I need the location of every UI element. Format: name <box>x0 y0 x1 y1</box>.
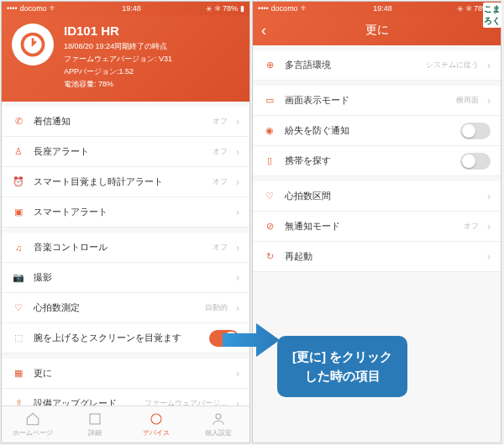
battery-pct: 78% <box>223 4 238 13</box>
lost-icon: ◉ <box>263 124 276 138</box>
row-label: 多言語環境 <box>285 59 417 71</box>
row-dnd[interactable]: ⊘無通知モードオフ› <box>253 212 501 242</box>
carrier: docomo <box>20 4 47 13</box>
settings-list: ✆着信通知オフ› ♙長座アラートオフ› ⏰スマート目覚まし時計アラートオフ› ▣… <box>2 102 249 406</box>
dnd-icon: ⊘ <box>263 220 276 233</box>
row-wrist-wake[interactable]: ⬚腕を上げるとスクリーンを目覚ます <box>2 323 249 353</box>
bt-icon: ⚹ ✻ <box>206 4 220 13</box>
row-value: オフ <box>213 146 228 157</box>
device-name: ID101 HR <box>64 24 172 38</box>
logo-l2: ろく <box>484 15 501 27</box>
globe-icon: ⊕ <box>263 59 276 72</box>
clock: 19:48 <box>373 4 392 13</box>
chevron-right-icon: › <box>487 221 491 233</box>
row-restart[interactable]: ↻再起動› <box>253 242 501 272</box>
watermark-logo: こま ろく <box>483 3 501 28</box>
row-music[interactable]: ♫音楽コントロールオフ› <box>2 233 249 263</box>
clock: 19:48 <box>122 4 141 13</box>
findphone-icon: ▯ <box>263 154 276 168</box>
tab-label: 詳細 <box>88 428 102 437</box>
profile-icon <box>211 411 226 427</box>
row-value: オフ <box>213 176 228 187</box>
tab-device[interactable]: デバイス <box>126 406 188 442</box>
chevron-right-icon: › <box>236 368 239 380</box>
row-alarm[interactable]: ⏰スマート目覚まし時計アラートオフ› <box>2 167 249 197</box>
row-upgrade[interactable]: ⇧設備アップグレードファームウェアバージ…› <box>2 389 249 406</box>
restart-icon: ↻ <box>263 250 276 264</box>
row-label: 再起動 <box>285 250 479 263</box>
row-heartrate[interactable]: ♡心拍数測定自動的› <box>2 293 249 323</box>
nav-header: ‹ 更に <box>253 15 501 45</box>
svg-point-2 <box>151 414 161 424</box>
battery-icon: ▮ <box>240 4 244 13</box>
tab-profile[interactable]: 個人設定 <box>187 406 249 442</box>
row-call-notify[interactable]: ✆着信通知オフ› <box>2 107 249 137</box>
chevron-right-icon: › <box>487 191 491 202</box>
row-language[interactable]: ⊕多言語環境システムに従う› <box>253 50 501 81</box>
row-value: オフ <box>464 221 479 232</box>
row-value: 横画面 <box>456 95 479 106</box>
row-findphone[interactable]: ▯携帯を探す <box>253 146 501 176</box>
bell-icon: ▣ <box>12 206 25 219</box>
callout-annotation: [更に] をクリック した時の項目 <box>277 336 407 397</box>
row-label: 携帯を探す <box>285 154 452 167</box>
row-more[interactable]: ▦更に› <box>2 359 249 389</box>
toggle-findphone[interactable] <box>460 153 491 170</box>
row-label: 更に <box>34 367 228 380</box>
heart-icon: ♡ <box>263 190 276 203</box>
signal-icon: •••• <box>7 4 18 13</box>
row-camera[interactable]: 📷撮影› <box>2 263 249 293</box>
bt-icon: ⚹ ✻ <box>457 4 471 13</box>
device-tab-icon <box>149 411 164 427</box>
sync-time: 18/08/20 19:24同期終了の時点 <box>64 41 172 52</box>
chevron-right-icon: › <box>236 207 239 218</box>
row-antilost[interactable]: ◉紛失を防ぐ通知 <box>253 116 501 146</box>
row-label: 撮影 <box>34 271 228 284</box>
chevron-right-icon: › <box>236 176 239 188</box>
carrier: docomo <box>271 4 298 13</box>
upgrade-icon: ⇧ <box>12 397 25 406</box>
row-smart-alert[interactable]: ▣スマートアラート› <box>2 197 249 228</box>
row-label: 腕を上げるとスクリーンを目覚ます <box>34 332 201 344</box>
row-label: 設備アップグレード <box>34 397 136 406</box>
tab-label: 個人設定 <box>205 428 232 437</box>
svg-rect-1 <box>90 414 100 424</box>
tab-detail[interactable]: 詳細 <box>64 406 126 442</box>
phone-left: ••••docomoᯤ 19:48 ⚹ ✻78%▮ ID101 HR 18/08… <box>1 1 250 443</box>
row-label: 音楽コントロール <box>34 241 204 254</box>
row-label: スマートアラート <box>34 206 228 218</box>
signal-icon: •••• <box>258 4 269 13</box>
chevron-right-icon: › <box>487 95 491 107</box>
row-label: 無通知モード <box>285 220 455 233</box>
device-icon <box>12 24 54 65</box>
battery-level: 電池容量: 78% <box>64 79 172 90</box>
display-icon: ▭ <box>263 94 276 107</box>
tab-home[interactable]: ホームページ <box>2 406 64 442</box>
row-hrzone[interactable]: ♡心拍数区間› <box>253 181 501 212</box>
chevron-right-icon: › <box>236 398 239 406</box>
row-value: 自動的 <box>205 302 228 313</box>
row-value: オフ <box>213 242 228 253</box>
detail-icon <box>87 411 102 427</box>
wifi-icon: ᯤ <box>301 4 308 13</box>
callout-line1: [更に] をクリック <box>292 348 392 367</box>
chevron-right-icon: › <box>236 116 239 128</box>
wifi-icon: ᯤ <box>50 4 57 13</box>
toggle-antilost[interactable] <box>460 123 491 139</box>
music-icon: ♫ <box>12 241 25 254</box>
wrist-icon: ⬚ <box>12 332 25 345</box>
status-bar: ••••docomoᯤ 19:48 ⚹ ✻78%▮ <box>253 2 501 15</box>
tab-label: ホームページ <box>13 428 53 437</box>
row-sedentary[interactable]: ♙長座アラートオフ› <box>2 137 249 167</box>
back-button[interactable]: ‹ <box>261 22 266 39</box>
chevron-right-icon: › <box>236 302 239 314</box>
page-title: 更に <box>365 23 389 38</box>
logo-l1: こま <box>484 3 501 15</box>
chevron-right-icon: › <box>236 242 239 254</box>
chevron-right-icon: › <box>236 146 239 158</box>
phone-icon: ✆ <box>12 115 25 128</box>
row-label: 心拍数測定 <box>34 301 197 314</box>
arrow-annotation <box>223 319 281 361</box>
row-display[interactable]: ▭画面表示モード横画面› <box>253 86 501 116</box>
tab-label: デバイス <box>143 428 170 437</box>
